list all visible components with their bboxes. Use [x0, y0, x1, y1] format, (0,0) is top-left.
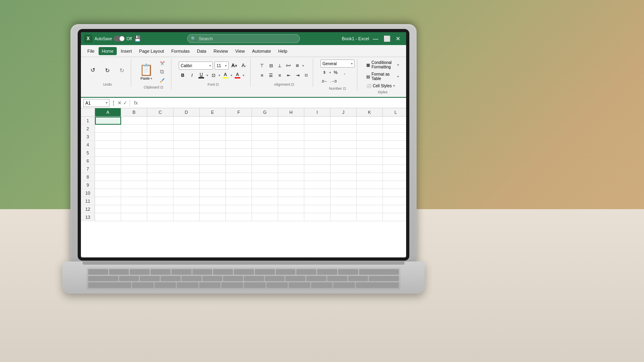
- cell-F3[interactable]: [226, 133, 252, 141]
- confirm-formula-icon[interactable]: ✓: [123, 100, 127, 106]
- cell-K11[interactable]: [357, 197, 383, 205]
- row-header-6[interactable]: 6: [81, 157, 95, 165]
- cell-D8[interactable]: [173, 173, 200, 181]
- row-header-12[interactable]: 12: [81, 205, 95, 213]
- cell-H4[interactable]: [278, 141, 304, 149]
- border-button[interactable]: ⊡: [209, 71, 217, 79]
- cell-E12[interactable]: [200, 205, 226, 213]
- row-header-8[interactable]: 8: [81, 173, 95, 181]
- number-format-dropdown[interactable]: General ▾: [320, 60, 355, 68]
- underline-button[interactable]: U: [197, 71, 205, 79]
- cell-E10[interactable]: [200, 189, 226, 197]
- cell-H10[interactable]: [278, 189, 304, 197]
- cell-H1[interactable]: [278, 117, 304, 125]
- col-header-c[interactable]: C: [147, 108, 173, 116]
- save-button[interactable]: 💾: [134, 35, 141, 42]
- cell-D2[interactable]: [173, 125, 200, 133]
- cell-E11[interactable]: [200, 197, 226, 205]
- formula-menu-icon[interactable]: ⋮: [111, 100, 116, 106]
- cell-L11[interactable]: [383, 197, 406, 205]
- cell-E7[interactable]: [200, 165, 226, 173]
- align-left-button[interactable]: ≡: [258, 71, 266, 79]
- cell-E13[interactable]: [200, 213, 226, 221]
- cell-H11[interactable]: [278, 197, 304, 205]
- menu-pagelayout[interactable]: Page Layout: [136, 47, 167, 55]
- redo-button[interactable]: ↻: [101, 66, 114, 75]
- cell-C7[interactable]: [147, 165, 173, 173]
- menu-view[interactable]: View: [232, 47, 248, 55]
- cell-D5[interactable]: [173, 149, 200, 157]
- cell-F7[interactable]: [226, 165, 252, 173]
- cell-I13[interactable]: [304, 213, 330, 221]
- cell-K7[interactable]: [357, 165, 383, 173]
- cell-L8[interactable]: [383, 173, 406, 181]
- cell-J4[interactable]: [330, 141, 357, 149]
- cell-K10[interactable]: [357, 189, 383, 197]
- restore-button[interactable]: ⬜: [382, 34, 392, 43]
- format-painter-button[interactable]: 🖌️: [156, 76, 169, 84]
- cell-A2[interactable]: [95, 125, 121, 133]
- col-header-e[interactable]: E: [200, 108, 226, 116]
- cell-A1[interactable]: [95, 117, 121, 125]
- align-bottom-button[interactable]: ⊥: [276, 62, 284, 70]
- cell-A7[interactable]: [95, 165, 121, 173]
- cell-J7[interactable]: [330, 165, 357, 173]
- cell-C4[interactable]: [147, 141, 173, 149]
- decrease-font-button[interactable]: A-: [240, 62, 248, 70]
- function-icon[interactable]: fx: [132, 100, 139, 106]
- cell-C11[interactable]: [147, 197, 173, 205]
- increase-indent-button[interactable]: ⇥: [293, 71, 301, 79]
- cell-A3[interactable]: [95, 133, 121, 141]
- cell-K12[interactable]: [357, 205, 383, 213]
- cell-J12[interactable]: [330, 205, 357, 213]
- row-header-10[interactable]: 10: [81, 189, 95, 197]
- cell-F2[interactable]: [226, 125, 252, 133]
- col-header-h[interactable]: H: [278, 108, 304, 116]
- merge-button[interactable]: ⊞: [293, 62, 301, 70]
- cell-L13[interactable]: [383, 213, 406, 221]
- row-header-11[interactable]: 11: [81, 197, 95, 205]
- increase-font-button[interactable]: A+: [230, 62, 238, 70]
- cell-H12[interactable]: [278, 205, 304, 213]
- underline-arrow[interactable]: ▾: [206, 74, 208, 77]
- font-color-arrow[interactable]: ▾: [243, 74, 244, 77]
- cell-A10[interactable]: [95, 189, 121, 197]
- cell-G13[interactable]: [252, 213, 278, 221]
- alignment-expand-icon[interactable]: ⊡: [291, 82, 294, 86]
- cell-A6[interactable]: [95, 157, 121, 165]
- cell-B1[interactable]: [121, 117, 147, 125]
- cell-C1[interactable]: [147, 117, 173, 125]
- cell-E8[interactable]: [200, 173, 226, 181]
- border-arrow[interactable]: ▾: [219, 74, 220, 77]
- minimize-button[interactable]: —: [371, 34, 380, 43]
- row-header-5[interactable]: 5: [81, 149, 95, 157]
- cell-C10[interactable]: [147, 189, 173, 197]
- cell-L3[interactable]: [383, 133, 406, 141]
- cell-J3[interactable]: [330, 133, 357, 141]
- clipboard-expand-icon[interactable]: ⊡: [160, 85, 163, 89]
- font-name-dropdown[interactable]: Calibri ▾: [179, 62, 213, 70]
- cell-H7[interactable]: [278, 165, 304, 173]
- cell-L9[interactable]: [383, 181, 406, 189]
- cell-K3[interactable]: [357, 133, 383, 141]
- cell-styles-button[interactable]: ⬜ Cell Styles ▾: [365, 83, 400, 89]
- cell-G4[interactable]: [252, 141, 278, 149]
- cell-F10[interactable]: [226, 189, 252, 197]
- cell-I2[interactable]: [304, 125, 330, 133]
- cell-B11[interactable]: [121, 197, 147, 205]
- row-header-9[interactable]: 9: [81, 181, 95, 189]
- decrease-decimal-button[interactable]: .0←: [320, 77, 328, 85]
- cell-D13[interactable]: [173, 213, 200, 221]
- menu-file[interactable]: File: [84, 47, 98, 55]
- undo-button[interactable]: ↺: [87, 65, 99, 76]
- cell-I10[interactable]: [304, 189, 330, 197]
- cell-C8[interactable]: [147, 173, 173, 181]
- col-header-j[interactable]: J: [330, 108, 357, 116]
- cut-button[interactable]: ✂️: [156, 60, 169, 67]
- font-size-dropdown[interactable]: 11 ▾: [215, 62, 229, 70]
- cell-D12[interactable]: [173, 205, 200, 213]
- cell-L6[interactable]: [383, 157, 406, 165]
- cell-K2[interactable]: [357, 125, 383, 133]
- cell-reference-box[interactable]: A1 ▾: [83, 99, 109, 107]
- cell-B5[interactable]: [121, 149, 147, 157]
